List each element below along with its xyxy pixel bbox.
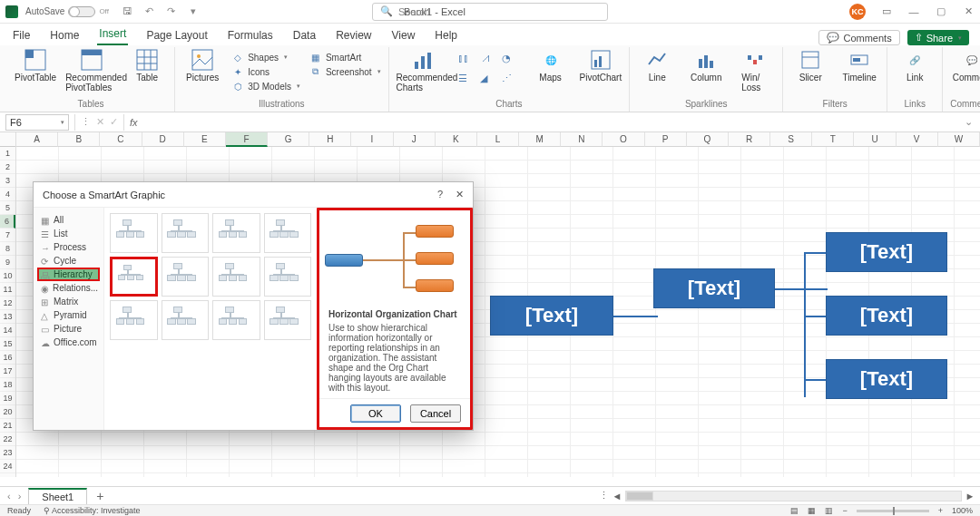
sparkline-line-button[interactable]: Line (637, 49, 677, 83)
zoom-in-icon[interactable]: + (938, 506, 943, 515)
category-officecom[interactable]: ☁Office.com (37, 336, 100, 349)
cancel-button[interactable]: Cancel (410, 404, 461, 423)
sheet-tab-sheet1[interactable]: Sheet1 (28, 488, 87, 504)
col-header-K[interactable]: K (436, 132, 477, 147)
column-headers[interactable]: ABCDEFGHIJKLMNOPQRSTUVW (16, 132, 980, 147)
redo-icon[interactable]: ↷ (165, 5, 178, 18)
zoom-slider[interactable] (857, 510, 929, 512)
chart-column-icon[interactable]: ⫿⫿ (458, 53, 478, 71)
view-normal-icon[interactable]: ▤ (790, 506, 799, 515)
row-header-12[interactable]: 12 (0, 297, 15, 310)
category-matrix[interactable]: ⊞Matrix (37, 295, 100, 308)
row-header-18[interactable]: 18 (0, 378, 15, 392)
category-all[interactable]: ▦All (37, 213, 100, 227)
chart-bar-icon[interactable]: ☰ (458, 73, 478, 91)
col-header-A[interactable]: A (16, 132, 58, 147)
smartart-node-leaf-2[interactable]: [Text] (826, 296, 947, 336)
row-header-25[interactable]: 25 (0, 473, 15, 477)
layout-thumb-1[interactable] (162, 213, 210, 253)
layout-thumb-3[interactable] (264, 213, 312, 253)
category-process[interactable]: →Process (37, 240, 100, 254)
timeline-button[interactable]: Timeline (839, 49, 879, 83)
row-header-8[interactable]: 8 (0, 242, 15, 256)
name-box[interactable]: F6▾ (5, 114, 69, 131)
category-hierarchy[interactable]: 品Hierarchy (37, 268, 100, 281)
row-header-15[interactable]: 15 (0, 337, 15, 351)
col-header-R[interactable]: R (729, 132, 770, 147)
row-header-14[interactable]: 14 (0, 324, 15, 337)
minimize-icon[interactable]: — (907, 6, 920, 17)
row-header-20[interactable]: 20 (0, 405, 15, 419)
col-header-F[interactable]: F (226, 132, 268, 147)
tab-insert[interactable]: Insert (97, 25, 128, 45)
tab-data[interactable]: Data (291, 27, 318, 45)
col-header-M[interactable]: M (519, 132, 561, 147)
zoom-out-icon[interactable]: − (842, 506, 847, 515)
tab-view[interactable]: View (390, 27, 417, 45)
smartart-graphic[interactable]: [Text] [Text] [Text] [Text] [Text] (490, 232, 962, 414)
row-header-10[interactable]: 10 (0, 269, 15, 283)
col-header-S[interactable]: S (770, 132, 812, 147)
scrollbar-thumb[interactable] (626, 492, 653, 501)
sparkline-winloss-button[interactable]: Win/ Loss (735, 49, 775, 92)
scroll-left-icon[interactable]: ◄ (611, 491, 623, 501)
comments-button[interactable]: 💬Comments (818, 30, 899, 45)
row-header-24[interactable]: 24 (0, 460, 15, 473)
slicer-button[interactable]: Slicer (790, 49, 830, 83)
row-header-23[interactable]: 23 (0, 446, 15, 460)
ok-button[interactable]: OK (350, 404, 401, 423)
comment-button[interactable]: 💬Comment (952, 49, 980, 83)
formula-enter-icon[interactable]: ✓ (110, 116, 118, 128)
tab-page-layout[interactable]: Page Layout (144, 27, 209, 45)
row-header-1[interactable]: 1 (0, 147, 15, 161)
chart-pie-icon[interactable]: ◔ (502, 53, 522, 71)
sparkline-column-button[interactable]: Column (686, 49, 726, 83)
col-header-B[interactable]: B (58, 132, 100, 147)
row-header-13[interactable]: 13 (0, 310, 15, 324)
row-header-6[interactable]: 6 (0, 215, 15, 229)
chart-scatter-icon[interactable]: ⋰ (502, 73, 522, 91)
pivotchart-button[interactable]: PivotChart (580, 49, 622, 83)
col-header-J[interactable]: J (394, 132, 436, 147)
horizontal-scrollbar[interactable]: ⋮ ◄ ► (599, 490, 980, 502)
layout-thumb-4[interactable] (110, 257, 158, 297)
tab-review[interactable]: Review (334, 27, 373, 45)
row-header-9[interactable]: 9 (0, 256, 15, 269)
dialog-help-icon[interactable]: ? (437, 189, 443, 200)
sheet-nav-next-icon[interactable]: › (18, 491, 22, 501)
col-header-T[interactable]: T (812, 132, 854, 147)
view-page-break-icon[interactable]: ▥ (825, 506, 833, 515)
search-input[interactable]: 🔍 Search (372, 3, 608, 21)
smartart-node-leaf-1[interactable]: [Text] (826, 232, 947, 272)
scroll-right-icon[interactable]: ► (964, 491, 976, 501)
layout-thumb-9[interactable] (162, 300, 210, 340)
col-header-H[interactable]: H (309, 132, 351, 147)
row-header-2[interactable]: 2 (0, 161, 15, 174)
row-header-3[interactable]: 3 (0, 174, 15, 188)
col-header-E[interactable]: E (184, 132, 226, 147)
shapes-button[interactable]: ◇Shapes▾ (231, 51, 300, 63)
col-header-Q[interactable]: Q (687, 132, 729, 147)
layout-thumb-5[interactable] (162, 257, 210, 297)
view-page-layout-icon[interactable]: ▦ (808, 506, 816, 515)
row-header-7[interactable]: 7 (0, 229, 15, 242)
sheet-nav-prev-icon[interactable]: ‹ (7, 491, 11, 501)
chart-line-icon[interactable]: ⩘ (480, 53, 500, 71)
row-header-4[interactable]: 4 (0, 188, 15, 201)
save-icon[interactable]: 🖫 (122, 5, 134, 18)
col-header-D[interactable]: D (142, 132, 184, 147)
row-header-16[interactable]: 16 (0, 351, 15, 365)
ribbon-display-icon[interactable]: ▭ (880, 5, 893, 17)
layout-thumb-2[interactable] (212, 213, 260, 253)
screenshot-button[interactable]: ⧉Screenshot▾ (309, 65, 381, 78)
col-header-C[interactable]: C (100, 132, 142, 147)
close-icon[interactable]: ✕ (962, 5, 975, 17)
recommended-charts-button[interactable]: Recommended Charts (397, 49, 449, 92)
row-header-5[interactable]: 5 (0, 201, 15, 215)
dialog-titlebar[interactable]: Choose a SmartArt Graphic ? ✕ (34, 182, 473, 208)
smartart-button[interactable]: ▦SmartArt (309, 51, 381, 63)
smartart-node-assistant[interactable]: [Text] (653, 268, 775, 308)
layout-thumb-10[interactable] (212, 300, 260, 340)
smartart-node-root[interactable]: [Text] (490, 296, 613, 336)
status-accessibility[interactable]: ⚲ Accessibility: Investigate (44, 506, 141, 515)
